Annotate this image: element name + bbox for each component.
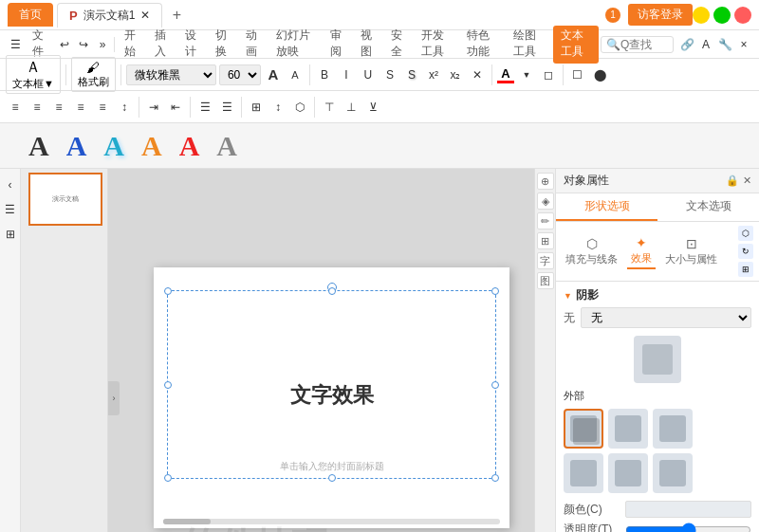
- hamburger-menu[interactable]: ☰: [6, 34, 25, 55]
- font-decrease-btn[interactable]: A: [286, 64, 305, 85]
- float-btn-image[interactable]: 图: [537, 272, 554, 289]
- more-btn[interactable]: »: [93, 34, 112, 55]
- font-size-select[interactable]: 60: [219, 64, 261, 85]
- search-input[interactable]: [620, 38, 668, 51]
- side-icon-3[interactable]: ⊞: [738, 262, 753, 277]
- float-btn-add[interactable]: ⊕: [537, 173, 554, 190]
- smart-art-btn[interactable]: ⬡: [290, 97, 309, 118]
- num-list-btn[interactable]: ☰: [217, 97, 236, 118]
- handle-tm[interactable]: [328, 287, 336, 295]
- align-left-btn[interactable]: ≡: [6, 97, 25, 118]
- indent-decrease-btn[interactable]: ⇤: [166, 97, 185, 118]
- prop-color-value[interactable]: [625, 501, 751, 518]
- sidebar-collapse-btn[interactable]: ‹: [1, 174, 20, 195]
- toolbar-icon4[interactable]: ×: [734, 34, 753, 55]
- tab-devtools[interactable]: 开发工具: [414, 24, 459, 65]
- subscript-button[interactable]: x₂: [446, 64, 465, 85]
- big-font-a2[interactable]: A: [66, 130, 87, 162]
- h-scrollbar[interactable]: [163, 519, 500, 524]
- text-dir-btn[interactable]: ↕: [268, 97, 287, 118]
- shadow-text-button[interactable]: S: [402, 64, 421, 85]
- big-font-a1[interactable]: A: [28, 130, 49, 162]
- float-btn-text[interactable]: 字: [537, 252, 554, 269]
- tab-shape-options[interactable]: 形状选项: [556, 193, 657, 221]
- align-right-btn[interactable]: ≡: [49, 97, 68, 118]
- big-font-a3[interactable]: A: [103, 130, 124, 162]
- subtab-fill-stroke[interactable]: ⬡ 填充与线条: [562, 234, 621, 268]
- tab-text-tool[interactable]: 文本工具: [553, 26, 599, 64]
- tab-special[interactable]: 特色功能: [459, 24, 505, 65]
- text-style-btn[interactable]: ⬤: [590, 64, 610, 85]
- shadow-preset-2[interactable]: [608, 409, 648, 449]
- minimize-button[interactable]: [693, 7, 710, 24]
- add-tab-button[interactable]: +: [166, 5, 187, 26]
- align-top-btn[interactable]: ⊤: [320, 97, 339, 118]
- tab-review[interactable]: 审阅: [323, 24, 353, 65]
- align-center-btn[interactable]: ≡: [28, 97, 46, 118]
- shadow-preset-6[interactable]: [653, 453, 693, 493]
- handle-tl[interactable]: [164, 287, 172, 295]
- maximize-button[interactable]: [713, 7, 731, 24]
- handle-ml[interactable]: [164, 381, 172, 389]
- underline-button[interactable]: U: [359, 64, 378, 85]
- tab-text-options[interactable]: 文本选项: [657, 193, 759, 221]
- subtab-effects[interactable]: ✦ 效果: [627, 233, 656, 269]
- redo-btn[interactable]: ↪: [74, 34, 93, 55]
- undo-btn[interactable]: ↩: [55, 34, 74, 55]
- strikethrough-button[interactable]: S: [380, 64, 399, 85]
- highlight-btn[interactable]: ◻: [539, 64, 558, 85]
- tab-view[interactable]: 视图: [353, 24, 383, 65]
- close-icon[interactable]: ✕: [140, 9, 150, 22]
- toolbar-icon2[interactable]: A: [696, 34, 715, 55]
- handle-br[interactable]: [491, 474, 499, 482]
- handle-bm[interactable]: [328, 474, 336, 482]
- tab-animate[interactable]: 动画: [238, 24, 268, 65]
- big-font-a4[interactable]: A: [141, 130, 162, 162]
- more-color-btn[interactable]: ▼: [517, 64, 536, 85]
- align-justify-btn[interactable]: ≡: [71, 97, 90, 118]
- shadow-preset-5[interactable]: [608, 453, 648, 493]
- tab-start[interactable]: 开始: [117, 24, 147, 65]
- tab-slideshow[interactable]: 幻灯片放映: [268, 24, 322, 65]
- subtab-size-prop[interactable]: ⊡ 大小与属性: [661, 234, 721, 268]
- float-btn-grid[interactable]: ⊞: [537, 232, 554, 249]
- close-button[interactable]: [734, 7, 751, 24]
- login-button[interactable]: 访客登录: [628, 4, 693, 26]
- shadow-preset-1[interactable]: [564, 409, 603, 449]
- shadow-preset-3[interactable]: [653, 409, 693, 449]
- panel-lock-btn[interactable]: 🔒: [726, 174, 739, 187]
- clear-format-button[interactable]: ✕: [468, 64, 487, 85]
- panel-close-btn[interactable]: ✕: [743, 174, 751, 187]
- search-box[interactable]: 🔍: [601, 36, 674, 53]
- slide-item-1[interactable]: 1 演示文稿: [25, 173, 103, 226]
- tab-design[interactable]: 设计: [177, 24, 208, 65]
- float-btn-layers[interactable]: ◈: [537, 193, 554, 210]
- line-spacing-btn[interactable]: ↕: [115, 97, 134, 118]
- slide-canvas[interactable]: 文字效果 单击输入您的封面副标题: [154, 267, 509, 528]
- font-select[interactable]: 微软雅黑: [126, 64, 216, 85]
- tab-insert[interactable]: 插入: [147, 24, 177, 65]
- text-to-shape-btn[interactable]: ☐: [568, 64, 587, 85]
- align-bottom-btn[interactable]: ⊻: [363, 97, 382, 118]
- side-icon-1[interactable]: ⬡: [738, 226, 753, 241]
- font-increase-btn[interactable]: A: [264, 64, 283, 85]
- toolbar-icon1[interactable]: 🔗: [677, 34, 696, 55]
- align-middle-btn[interactable]: ⊥: [342, 97, 361, 118]
- expand-arrow[interactable]: ›: [108, 381, 120, 415]
- toolbar-icon3[interactable]: 🔧: [715, 34, 734, 55]
- sidebar-list-btn[interactable]: ☰: [1, 199, 20, 220]
- tab-draw[interactable]: 绘图工具: [506, 24, 551, 65]
- text-box-button[interactable]: Ａ 文本框▼: [6, 55, 61, 93]
- format-brush-button[interactable]: 🖌 格式刷: [71, 57, 116, 92]
- shadow-none-select[interactable]: 无: [581, 307, 751, 328]
- list-btn[interactable]: ☰: [195, 97, 214, 118]
- tab-security[interactable]: 安全: [383, 24, 414, 65]
- shadow-preset-4[interactable]: [564, 453, 603, 493]
- col-span-btn[interactable]: ⊞: [247, 97, 266, 118]
- superscript-button[interactable]: x²: [424, 64, 443, 85]
- handle-tr[interactable]: [491, 287, 499, 295]
- side-icon-2[interactable]: ↻: [738, 244, 753, 259]
- italic-button[interactable]: I: [337, 64, 356, 85]
- handle-bl[interactable]: [164, 474, 172, 482]
- prop-opacity-slider[interactable]: [625, 523, 751, 533]
